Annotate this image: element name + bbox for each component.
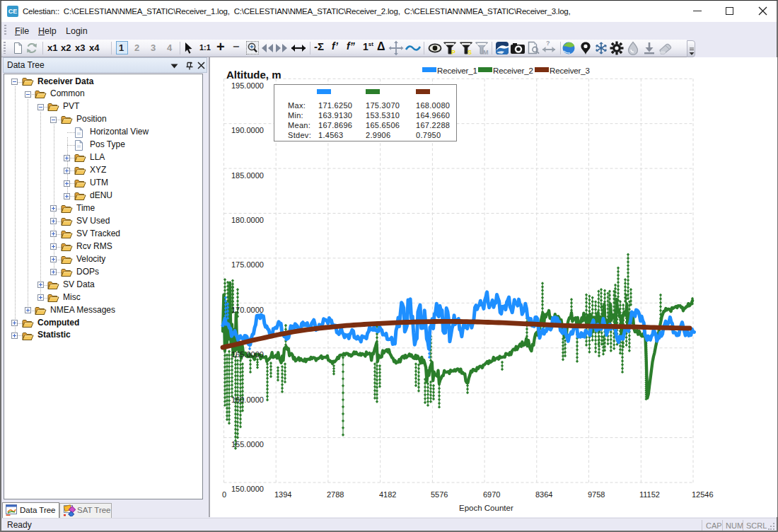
svg-text:P: P bbox=[451, 49, 455, 56]
svg-text:?: ? bbox=[546, 40, 550, 47]
svg-text:M: M bbox=[483, 49, 489, 56]
svg-text:S: S bbox=[468, 49, 472, 56]
